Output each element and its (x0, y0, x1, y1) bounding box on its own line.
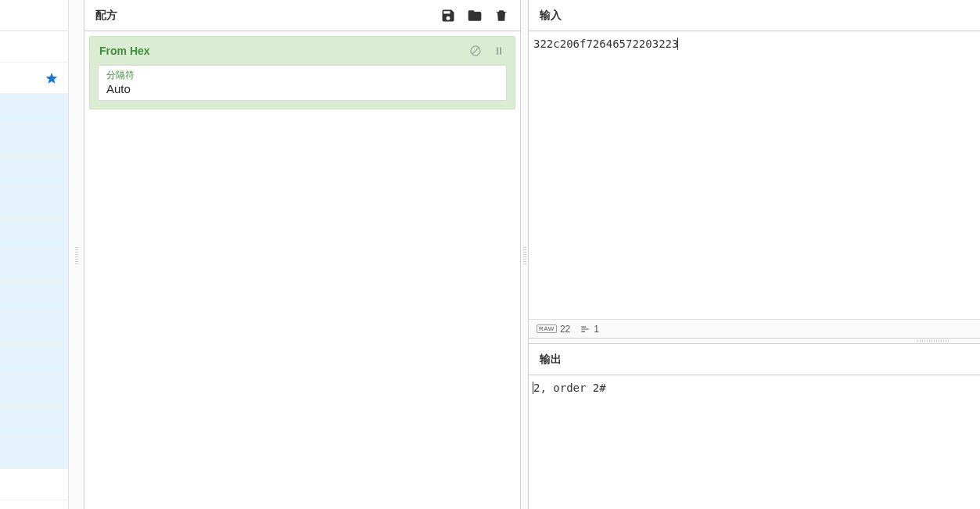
star-icon (45, 71, 59, 85)
svg-line-1 (472, 48, 479, 54)
sidebar-item[interactable] (0, 407, 68, 438)
sidebar-item[interactable] (0, 31, 68, 63)
sidebar-item[interactable] (0, 219, 68, 250)
output-body[interactable]: 2, order 2# (529, 375, 980, 509)
operation-params: 分隔符 (98, 65, 507, 101)
operations-sidebar (0, 0, 69, 509)
input-text[interactable]: 322c206f72646572203223 (533, 38, 678, 50)
sidebar-item[interactable] (0, 344, 68, 375)
sidebar-item[interactable] (0, 250, 68, 281)
trash-icon[interactable] (494, 8, 509, 23)
operation-from-hex[interactable]: From Hex 分隔符 (89, 36, 515, 109)
sidebar-item[interactable] (0, 188, 68, 219)
recipe-title: 配方 (95, 9, 440, 23)
status-raw-bytes: RAW 22 (537, 324, 570, 335)
output-text: 2, order 2# (533, 382, 606, 394)
line-count: 1 (594, 324, 599, 335)
splitter-io[interactable] (529, 338, 980, 344)
param-value-delimiter[interactable] (106, 82, 498, 95)
disable-icon[interactable] (469, 45, 482, 57)
raw-count: 22 (560, 324, 570, 335)
sidebar-list (0, 31, 68, 509)
sidebar-item-favorite[interactable] (0, 63, 68, 94)
raw-icon: RAW (537, 324, 557, 333)
input-header: 输入 (529, 0, 980, 31)
sidebar-item[interactable] (0, 313, 68, 344)
recipe-header: 配方 (84, 0, 520, 31)
app-root: 配方 From Hex 分隔符 (0, 0, 980, 509)
sidebar-item[interactable] (0, 438, 68, 469)
sidebar-item[interactable] (0, 125, 68, 156)
folder-icon[interactable] (467, 8, 483, 23)
sidebar-item[interactable] (0, 281, 68, 313)
splitter-recipe-io[interactable] (521, 0, 529, 509)
splitter-sidebar[interactable] (69, 0, 84, 509)
output-title: 输出 (540, 353, 562, 367)
recipe-toolbar (440, 8, 509, 23)
recipe-body: From Hex 分隔符 (84, 31, 520, 509)
sidebar-item[interactable] (0, 375, 68, 407)
sidebar-item[interactable] (0, 94, 68, 125)
operation-title: From Hex (99, 45, 469, 57)
input-body[interactable]: 322c206f72646572203223 (529, 31, 980, 319)
sidebar-item[interactable] (0, 156, 68, 188)
operation-header: From Hex (90, 37, 515, 65)
input-section: 输入 322c206f72646572203223 RAW 22 1 (529, 0, 980, 338)
save-icon[interactable] (440, 8, 456, 23)
recipe-panel: 配方 From Hex 分隔符 (84, 0, 521, 509)
sidebar-item[interactable] (0, 469, 68, 500)
output-section: 输出 2, order 2# (529, 344, 980, 509)
sidebar-header (0, 0, 68, 31)
io-panel: 输入 322c206f72646572203223 RAW 22 1 输出 (529, 0, 980, 509)
status-lines: 1 (580, 324, 599, 335)
lines-icon (580, 324, 591, 335)
param-label-delimiter: 分隔符 (106, 69, 498, 82)
pause-icon[interactable] (493, 45, 505, 57)
operation-controls (469, 45, 505, 57)
input-status-bar: RAW 22 1 (529, 319, 980, 338)
input-title: 输入 (540, 9, 562, 23)
text-cursor (677, 38, 678, 50)
output-header: 输出 (529, 344, 980, 375)
